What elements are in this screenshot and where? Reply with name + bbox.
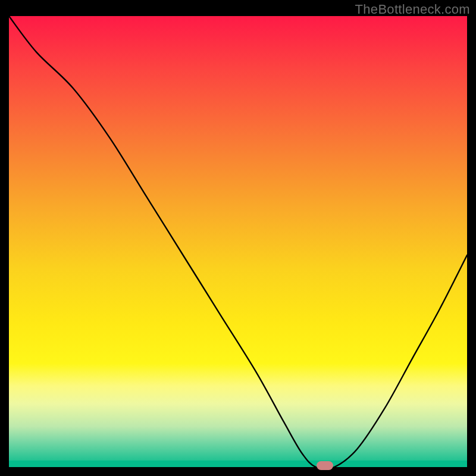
watermark-text: TheBottleneck.com bbox=[355, 2, 470, 17]
optimum-marker bbox=[317, 461, 333, 470]
chart-gradient-area bbox=[9, 16, 467, 467]
chart-stage: TheBottleneck.com bbox=[0, 0, 476, 476]
chart-curve bbox=[9, 16, 467, 467]
